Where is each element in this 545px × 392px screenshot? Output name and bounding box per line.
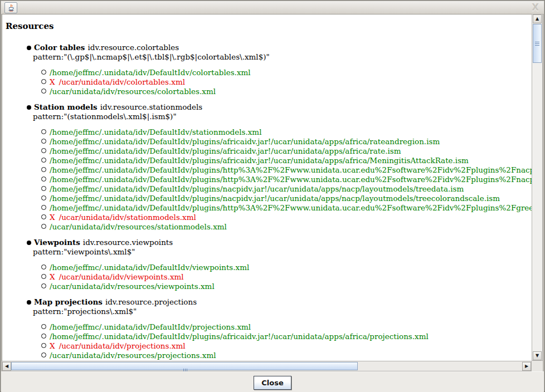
hollow-circle-bullet-icon bbox=[41, 129, 46, 134]
section-pattern: pattern:"(\.gp$|\.ncmap$|\.et$|\.tbl$|\.… bbox=[6, 52, 532, 62]
resource-path: /ucar/unidata/idv/resources/colortables.… bbox=[50, 87, 216, 96]
resource-path: /home/jeffmc/.unidata/idv/DefaultIdv/plu… bbox=[50, 194, 500, 203]
hollow-circle-bullet-icon bbox=[41, 139, 46, 144]
missing-x-mark: X bbox=[50, 213, 55, 222]
resource-path-item: /ucar/unidata/idv/resources/viewpoints.x… bbox=[6, 282, 532, 291]
sections: Color tablesidv.resource.colortablespatt… bbox=[6, 43, 532, 361]
hollow-circle-bullet-icon bbox=[41, 205, 46, 210]
resource-section: Color tablesidv.resource.colortablespatt… bbox=[6, 43, 532, 96]
scrollbar-grip-icon bbox=[183, 364, 188, 368]
java-app-menu-button[interactable] bbox=[4, 2, 17, 13]
missing-x-mark: X bbox=[50, 341, 55, 350]
resource-path-item: /home/jeffmc/.unidata/idv/DefaultIdv/plu… bbox=[6, 165, 532, 175]
resource-path-item: /ucar/unidata/idv/resources/stationmodel… bbox=[6, 222, 532, 232]
resource-path: /ucar/unidata/idv/resources/stationmodel… bbox=[50, 222, 227, 231]
section-id: idv.resource.stationmodels bbox=[100, 102, 203, 111]
scroll-up-button[interactable]: ▲ bbox=[533, 14, 542, 23]
triangle-left-icon: ◀ bbox=[5, 364, 8, 369]
resource-path: /ucar/unidata/idv/colortables.xml bbox=[59, 77, 185, 86]
resource-path: /ucar/unidata/idv/stationmodels.xml bbox=[59, 213, 196, 222]
section-id: idv.resource.viewpoints bbox=[83, 238, 173, 247]
java-coffee-cup-icon bbox=[7, 4, 15, 12]
resource-path-item: /home/jeffmc/.unidata/idv/DefaultIdv/plu… bbox=[6, 146, 532, 156]
resource-path: /ucar/unidata/idv/resources/viewpoints.x… bbox=[50, 282, 215, 291]
scrollbar-grip-icon bbox=[535, 42, 539, 47]
resource-path-item: /ucar/unidata/idv/resources/projections.… bbox=[6, 351, 532, 360]
triangle-right-icon: ▶ bbox=[525, 364, 528, 369]
resource-path: /home/jeffmc/.unidata/idv/DefaultIdv/col… bbox=[50, 68, 251, 77]
horizontal-scrollbar-thumb[interactable] bbox=[11, 362, 358, 370]
resources-window: X Resources Color tablesidv.resource.col… bbox=[0, 0, 545, 392]
hollow-circle-bullet-icon bbox=[41, 274, 46, 279]
resources-report: Resources Color tablesidv.resource.color… bbox=[2, 14, 532, 361]
resources-viewport: Resources Color tablesidv.resource.color… bbox=[2, 14, 532, 361]
resource-path-item: /home/jeffmc/.unidata/idv/DefaultIdv/plu… bbox=[6, 203, 532, 213]
resource-path: /home/jeffmc/.unidata/idv/DefaultIdv/plu… bbox=[50, 137, 440, 146]
resource-path: /ucar/unidata/idv/viewpoints.xml bbox=[59, 272, 184, 281]
hollow-circle-bullet-icon bbox=[41, 158, 46, 163]
resource-path-item: X/ucar/unidata/idv/colortables.xml bbox=[6, 77, 532, 87]
filled-bullet-icon bbox=[27, 300, 31, 305]
resource-path: /home/jeffmc/.unidata/idv/DefaultIdv/plu… bbox=[50, 332, 429, 341]
resource-path: /home/jeffmc/.unidata/idv/DefaultIdv/plu… bbox=[50, 165, 532, 174]
hollow-circle-bullet-icon bbox=[41, 70, 46, 75]
resource-path-item: /home/jeffmc/.unidata/idv/DefaultIdv/plu… bbox=[6, 184, 532, 194]
section-id: idv.resource.projections bbox=[105, 297, 197, 306]
hollow-circle-bullet-icon bbox=[41, 343, 46, 348]
resource-path-item: /ucar/unidata/idv/resources/colortables.… bbox=[6, 87, 532, 96]
section-items: /home/jeffmc/.unidata/idv/DefaultIdv/vie… bbox=[6, 263, 532, 291]
resource-path-item: X/ucar/unidata/idv/viewpoints.xml bbox=[6, 272, 532, 282]
close-button[interactable]: Close bbox=[254, 376, 291, 390]
section-pattern: pattern:"viewpoints\.xml$" bbox=[6, 247, 532, 257]
resource-section: Station modelsidv.resource.stationmodels… bbox=[6, 102, 532, 232]
window-close-icon[interactable]: X bbox=[532, 1, 539, 14]
hollow-circle-bullet-icon bbox=[41, 324, 46, 329]
resource-path-item: /home/jeffmc/.unidata/idv/DefaultIdv/sta… bbox=[6, 128, 532, 137]
hollow-circle-bullet-icon bbox=[41, 177, 46, 182]
missing-x-mark: X bbox=[50, 272, 55, 281]
horizontal-scrollbar[interactable]: ◀ ▶ bbox=[2, 361, 532, 371]
missing-x-mark: X bbox=[50, 77, 55, 86]
section-name: Station models bbox=[34, 102, 98, 111]
filled-bullet-icon bbox=[27, 241, 31, 245]
section-items: /home/jeffmc/.unidata/idv/DefaultIdv/col… bbox=[6, 68, 532, 96]
triangle-up-icon: ▲ bbox=[536, 16, 539, 21]
section-pattern: pattern:"(stationmodels\.xml$|.ism$)" bbox=[6, 112, 532, 121]
hollow-circle-bullet-icon bbox=[41, 195, 46, 200]
resource-path: /ucar/unidata/idv/resources/projections.… bbox=[50, 351, 216, 360]
hollow-circle-bullet-icon bbox=[41, 352, 46, 357]
resource-path-item: /home/jeffmc/.unidata/idv/DefaultIdv/plu… bbox=[6, 156, 532, 165]
window-titlebar[interactable]: X bbox=[1, 1, 544, 14]
resource-section: Map projectionsidv.resource.projectionsp… bbox=[6, 297, 532, 361]
resource-path-item: X/ucar/unidata/idv/stationmodels.xml bbox=[6, 213, 532, 222]
scroll-down-button[interactable]: ▼ bbox=[533, 351, 542, 360]
resource-path: /home/jeffmc/.unidata/idv/DefaultIdv/plu… bbox=[50, 146, 401, 155]
section-heading: Station modelsidv.resource.stationmodels bbox=[6, 102, 532, 112]
vertical-scrollbar[interactable]: ▲ ▼ bbox=[532, 14, 543, 361]
hollow-circle-bullet-icon bbox=[41, 334, 46, 339]
resource-path: /home/jeffmc/.unidata/idv/DefaultIdv/plu… bbox=[50, 175, 532, 184]
section-heading: Viewpointsidv.resource.viewpoints bbox=[6, 238, 532, 247]
resource-path: /home/jeffmc/.unidata/idv/DefaultIdv/plu… bbox=[50, 156, 469, 165]
hollow-circle-bullet-icon bbox=[41, 148, 46, 153]
vertical-scrollbar-thumb[interactable] bbox=[533, 24, 542, 63]
section-name: Color tables bbox=[34, 43, 85, 52]
dialog-button-bar: Close bbox=[1, 371, 544, 392]
filled-bullet-icon bbox=[27, 105, 31, 110]
resource-path: /home/jeffmc/.unidata/idv/DefaultIdv/sta… bbox=[50, 128, 261, 136]
resource-path: /home/jeffmc/.unidata/idv/DefaultIdv/plu… bbox=[50, 184, 464, 193]
hollow-circle-bullet-icon bbox=[41, 79, 46, 84]
section-name: Map projections bbox=[34, 297, 103, 306]
resource-path-item: /home/jeffmc/.unidata/idv/DefaultIdv/pro… bbox=[6, 322, 532, 332]
triangle-down-icon: ▼ bbox=[536, 353, 539, 358]
resource-section: Viewpointsidv.resource.viewpointspattern… bbox=[6, 238, 532, 291]
scroll-right-button[interactable]: ▶ bbox=[522, 362, 531, 371]
resource-path-item: X/ucar/unidata/idv/projections.xml bbox=[6, 341, 532, 351]
section-pattern: pattern:"projections\.xml$" bbox=[6, 307, 532, 316]
hollow-circle-bullet-icon bbox=[41, 283, 46, 288]
scrollbar-corner bbox=[532, 361, 543, 371]
hollow-circle-bullet-icon bbox=[41, 167, 46, 172]
scroll-left-button[interactable]: ◀ bbox=[2, 362, 11, 371]
resource-path: /home/jeffmc/.unidata/idv/DefaultIdv/pro… bbox=[50, 322, 251, 331]
section-name: Viewpoints bbox=[34, 238, 80, 247]
